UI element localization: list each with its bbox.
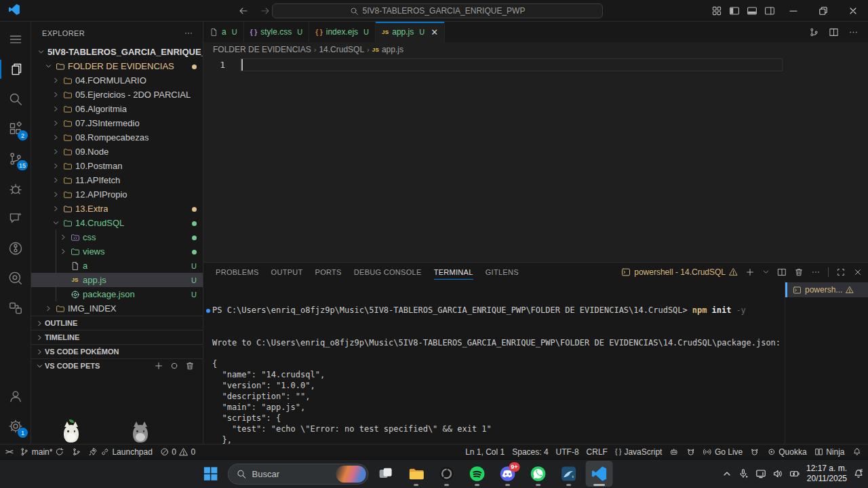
taskbar-app-file-explorer[interactable] bbox=[403, 461, 430, 487]
activity-bar-item-menu[interactable] bbox=[0, 24, 31, 54]
status-problems[interactable]: 00 bbox=[160, 445, 195, 459]
breadcrumb-folder[interactable]: FOLDER DE EVIDENCIAS bbox=[213, 45, 311, 54]
cast-display-icon[interactable] bbox=[755, 468, 766, 479]
editor-tab-index-ejs[interactable]: { }index.ejsU bbox=[309, 22, 376, 42]
tree-item-05-ejercicios-2do-parcial[interactable]: 05.Ejercicios - 2DO PARCIAL bbox=[31, 88, 203, 102]
taskbar-app-ring-app[interactable] bbox=[433, 461, 460, 487]
editor-tab-style-css[interactable]: { }style.cssU bbox=[244, 22, 310, 42]
terminal-list-item-powershell[interactable]: powersh... bbox=[785, 282, 868, 297]
section-timeline[interactable]: TIMELINE bbox=[31, 330, 203, 344]
close-panel-icon[interactable] bbox=[853, 267, 863, 277]
activity-bar-item-source-control[interactable]: 15 bbox=[0, 144, 31, 174]
status-git-branch[interactable]: main* bbox=[20, 445, 64, 459]
explorer-more-actions-icon[interactable] bbox=[184, 29, 193, 38]
pet-totoro-gray[interactable] bbox=[133, 425, 148, 443]
editor-tab-app-js[interactable]: JSapp.jsU✕ bbox=[376, 22, 445, 42]
panel-tab-problems[interactable]: PROBLEMS bbox=[216, 263, 259, 281]
tree-item-5iv8-tableros-garcia-enrique-pwp[interactable]: 5IV8-TABLEROS_GARCIA_ENRIQUE_PWP bbox=[31, 45, 203, 59]
tree-item-06-algoritmia[interactable]: 06.Algoritmia bbox=[31, 102, 203, 116]
taskbar-app-whatsapp[interactable] bbox=[525, 461, 552, 487]
tree-item-04-formulario[interactable]: 04.FORMULARIO bbox=[31, 73, 203, 88]
section-vs-code-pets[interactable]: VS CODE PETS bbox=[31, 358, 203, 373]
taskbar-app-spotify[interactable] bbox=[464, 461, 491, 487]
activity-bar-item-settings[interactable]: 1 bbox=[0, 411, 31, 441]
tree-item-07-jsintermedio[interactable]: 07.JSIntermedio bbox=[31, 116, 203, 130]
editor-tab-a[interactable]: aU bbox=[203, 22, 244, 42]
status-indentation[interactable]: Spaces: 4 bbox=[512, 445, 548, 459]
tree-item-package-json[interactable]: package.jsonU bbox=[31, 287, 203, 301]
roll-call-icon[interactable] bbox=[170, 361, 179, 371]
close-tab-icon[interactable]: ✕ bbox=[431, 28, 438, 37]
tree-item-11-apifetch[interactable]: 11.APIfetch bbox=[31, 173, 203, 187]
taskbar-search[interactable]: Buscar bbox=[228, 464, 369, 485]
panel-tab-terminal[interactable]: TERMINAL bbox=[434, 263, 473, 281]
taskbar-app-mysql-workbench[interactable] bbox=[555, 461, 583, 487]
panel-tab-gitlens[interactable]: GITLENS bbox=[486, 263, 519, 281]
activity-bar-item-accounts[interactable] bbox=[0, 381, 31, 411]
status-pet-cat-2[interactable] bbox=[750, 445, 760, 459]
toggle-panel-icon[interactable] bbox=[743, 2, 761, 20]
toggle-primary-sidebar-icon[interactable] bbox=[726, 2, 743, 20]
status-pets-cat[interactable] bbox=[686, 445, 696, 459]
restore-button[interactable] bbox=[808, 0, 838, 22]
close-button[interactable] bbox=[838, 0, 868, 22]
status-go-live[interactable]: Go Live bbox=[703, 445, 743, 459]
tree-item-12-apipropio[interactable]: 12.APIPropio bbox=[31, 187, 203, 202]
new-terminal-icon[interactable] bbox=[745, 267, 755, 277]
activity-bar-item-explorer[interactable] bbox=[0, 54, 31, 84]
breadcrumb-subfolder[interactable]: 14.CrudSQL bbox=[319, 45, 364, 54]
tray-chevron-up-icon[interactable] bbox=[722, 468, 732, 479]
activity-bar-item-gitlens[interactable] bbox=[0, 233, 31, 263]
tree-item-css[interactable]: css bbox=[31, 230, 203, 244]
battery-icon[interactable] bbox=[789, 468, 800, 479]
tray-clock[interactable]: 12:17 a. m. 20/11/2025 bbox=[806, 464, 847, 484]
terminal-dropdown-icon[interactable] bbox=[762, 268, 770, 276]
status-language-mode[interactable]: { }JavaScript bbox=[615, 445, 663, 459]
tree-item-08-rompecabezas[interactable]: 08.Rompecabezas bbox=[31, 130, 203, 145]
taskbar-app-discord[interactable]: 9+ bbox=[494, 461, 521, 487]
breadcrumb-file[interactable]: JSapp.js bbox=[372, 45, 403, 54]
activity-bar-item-gitlens-inspect[interactable] bbox=[0, 263, 31, 293]
status-encoding[interactable]: UTF-8 bbox=[556, 445, 579, 459]
activity-bar-item-remote-explorer[interactable] bbox=[0, 293, 31, 323]
tree-item-folder-de-evidencias[interactable]: FOLDER DE EVIDENCIAS bbox=[31, 59, 203, 73]
status-cursor-position[interactable]: Ln 1, Col 1 bbox=[465, 445, 505, 459]
panel-tab-output[interactable]: OUTPUT bbox=[271, 263, 303, 281]
section-outline[interactable]: OUTLINE bbox=[31, 316, 203, 330]
customize-layout-icon[interactable] bbox=[708, 2, 726, 20]
microphone-icon[interactable] bbox=[738, 468, 749, 479]
taskbar-app-vscode[interactable] bbox=[586, 461, 613, 487]
split-terminal-icon[interactable] bbox=[777, 267, 787, 277]
pet-totoro-white[interactable] bbox=[64, 425, 79, 443]
forward-button[interactable] bbox=[258, 3, 273, 18]
status-commit-graph[interactable] bbox=[72, 445, 81, 459]
kill-terminal-icon[interactable] bbox=[794, 267, 804, 277]
status-notifications[interactable] bbox=[852, 445, 862, 459]
editor-more-actions-icon[interactable] bbox=[848, 27, 859, 37]
status-quokka[interactable]: Quokka bbox=[767, 445, 807, 459]
tree-item-10-postman[interactable]: 10.Postman bbox=[31, 159, 203, 173]
status-copilot[interactable] bbox=[669, 445, 679, 459]
tree-item-14-crudsql[interactable]: 14.CrudSQL bbox=[31, 216, 203, 230]
back-button[interactable] bbox=[236, 3, 251, 18]
status-remote-indicator[interactable]: >< bbox=[5, 445, 12, 459]
panel-more-actions-icon[interactable] bbox=[811, 267, 821, 277]
status-launchpad[interactable]: Launchpad bbox=[88, 445, 152, 459]
split-editor-icon[interactable] bbox=[829, 27, 839, 37]
tree-item-views[interactable]: views bbox=[31, 244, 203, 259]
code-editor[interactable]: 1 bbox=[203, 57, 868, 262]
activity-bar-item-chat[interactable] bbox=[0, 204, 31, 233]
add-icon[interactable] bbox=[154, 361, 163, 371]
tree-item-09-node[interactable]: 09.Node bbox=[31, 145, 203, 159]
command-center-search[interactable]: 5IV8-TABLEROS_GARCIA_ENRIQUE_PWP bbox=[272, 3, 603, 18]
notification-bell-icon[interactable] bbox=[853, 468, 864, 479]
tree-item-a[interactable]: aU bbox=[31, 259, 203, 273]
panel-tab-debug-console[interactable]: DEBUG CONSOLE bbox=[354, 263, 422, 281]
activity-bar-item-testing[interactable] bbox=[0, 174, 31, 204]
activity-bar-item-search[interactable] bbox=[0, 84, 31, 114]
panel-tab-ports[interactable]: PORTS bbox=[315, 263, 342, 281]
tree-item-13-extra[interactable]: 13.Extra bbox=[31, 202, 203, 216]
toggle-secondary-sidebar-icon[interactable] bbox=[761, 2, 778, 20]
activity-bar-item-extensions[interactable]: 2 bbox=[0, 114, 31, 144]
delete-icon[interactable] bbox=[185, 361, 195, 371]
